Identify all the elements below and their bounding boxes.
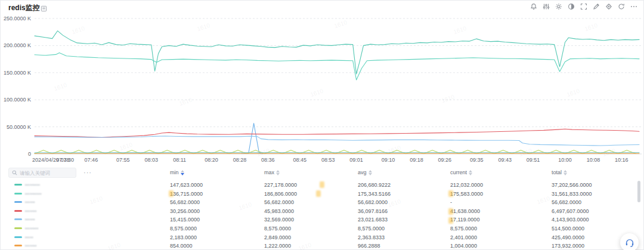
chart-canvas: 050.0000 K100.0000 K150.0000 K200.0000 K… xyxy=(0,0,644,166)
svg-text:200.0000 K: 200.0000 K xyxy=(4,42,31,48)
svg-text:10:00: 10:00 xyxy=(558,157,572,163)
column-header-max[interactable]: max xyxy=(264,169,280,175)
series-name-masked: ▪▪▪▪▪▪ xyxy=(25,217,35,221)
table-row[interactable]: ▪▪▪▪▪2,183.00002,849.00002,363.83332,401… xyxy=(0,233,644,242)
series-name-masked: ▪▪▪▪▪▪▪ xyxy=(25,243,37,248)
cell-avg: 8,575.0000 xyxy=(358,226,385,232)
column-header-total[interactable]: total xyxy=(552,169,567,175)
metrics-table-body: ▪▪▪▪▪▪▪▪▪147,623.0000227,178.0000206,680… xyxy=(0,180,644,250)
column-header-min[interactable]: min xyxy=(170,169,184,175)
svg-text:0: 0 xyxy=(28,151,31,157)
sort-carets-icon xyxy=(276,170,280,175)
search-box xyxy=(8,168,76,178)
refresh-icon[interactable] xyxy=(617,2,626,11)
svg-text:08:36: 08:36 xyxy=(261,157,275,163)
svg-text:08:53: 08:53 xyxy=(321,157,335,163)
cell-max: 1,222.0000 xyxy=(264,243,291,249)
svg-text:09:18: 09:18 xyxy=(410,157,423,163)
cell-max: 186,806.0000 xyxy=(264,191,297,197)
table-row[interactable]: ▪▪▪▪▪▪▪854.00001,222.0000966.28881,004.0… xyxy=(0,241,644,250)
cell-total: 31,561,833.0000 xyxy=(552,191,592,197)
cell-avg: 56,682.0000 xyxy=(358,199,388,205)
legend-more-icon[interactable]: ··· xyxy=(83,169,92,176)
svg-text:08:20: 08:20 xyxy=(205,157,218,163)
column-header-current[interactable]: current xyxy=(450,169,472,175)
table-row[interactable]: ▪▪▪▪▪▪▪30,256.000045,983.000036,097.8166… xyxy=(0,206,644,215)
table-row[interactable]: ▪▪▪▪▪▪▪▪8,575.00008,575.00008,575.00008,… xyxy=(0,224,644,233)
search-icon xyxy=(12,170,17,175)
svg-text:09:51: 09:51 xyxy=(527,157,540,163)
support-button[interactable] xyxy=(620,233,639,250)
panel-note-icon[interactable] xyxy=(41,4,47,14)
column-header-avg[interactable]: avg xyxy=(358,169,372,175)
settings-gear-icon[interactable] xyxy=(555,2,563,11)
cell-total: 56,682.0000 xyxy=(552,199,581,205)
cell-total: 425,490.0000 xyxy=(552,234,584,240)
more-icon[interactable] xyxy=(630,2,638,11)
contrast-icon[interactable] xyxy=(567,2,575,11)
sort-carets-icon xyxy=(369,170,372,175)
edit-pencil-icon[interactable] xyxy=(592,2,600,11)
cell-avg: 36,097.8166 xyxy=(358,208,388,214)
cell-current: - xyxy=(450,199,452,205)
series-name-masked: ▪▪▪▪▪▪▪▪ xyxy=(25,226,38,230)
cell-min: 30,256.0000 xyxy=(170,208,200,214)
table-row[interactable]: ▪▪▪▪▪▪▪▪▪▪136,715.0000186,806.0000175,34… xyxy=(0,189,644,198)
svg-text:08:03: 08:03 xyxy=(144,157,158,163)
cell-current: 175,583.0000 xyxy=(450,191,483,197)
sort-carets-icon xyxy=(469,170,472,175)
cell-min: 147,623.0000 xyxy=(170,182,203,188)
cell-avg: 966.2888 xyxy=(358,243,380,249)
svg-text:08:45: 08:45 xyxy=(293,157,306,163)
cell-avg: 23,021.6833 xyxy=(358,217,388,223)
cell-avg: 175,343.5166 xyxy=(358,191,391,197)
svg-text:10:08: 10:08 xyxy=(587,157,600,163)
series-color-swatch xyxy=(14,210,22,212)
page-title: redis监控 xyxy=(8,3,40,13)
target-icon[interactable] xyxy=(605,2,613,11)
cell-total: 4,143,903.0000 xyxy=(552,217,589,223)
series-color-swatch xyxy=(14,236,22,238)
table-row[interactable]: ▪▪▪▪▪▪56,682.000056,682.000056,682.0000-… xyxy=(0,197,644,206)
table-row[interactable]: ▪▪▪▪▪▪15,415.000032,569.000023,021.68331… xyxy=(0,215,644,224)
cell-min: 854.0000 xyxy=(170,243,193,249)
cell-total: 37,202,566.0000 xyxy=(552,182,592,188)
svg-text:09:26: 09:26 xyxy=(438,157,452,163)
table-scrollbar[interactable] xyxy=(637,181,640,202)
panel-header: redis监控 xyxy=(0,0,644,13)
svg-text:10:16: 10:16 xyxy=(615,157,628,163)
series-color-swatch xyxy=(14,184,22,186)
svg-text:250.0000 K: 250.0000 K xyxy=(4,16,31,21)
alarm-bell-icon[interactable] xyxy=(530,2,538,11)
svg-text:50.0000 K: 50.0000 K xyxy=(7,124,31,130)
column-label: min xyxy=(170,169,179,175)
series-color-swatch xyxy=(14,218,22,220)
svg-text:07:38: 07:38 xyxy=(56,157,70,163)
table-row[interactable]: ▪▪▪▪▪▪▪▪▪147,623.0000227,178.0000206,680… xyxy=(0,180,644,189)
svg-text:09:43: 09:43 xyxy=(498,157,512,163)
series-color-swatch xyxy=(14,227,22,229)
cell-min: 8,575.0000 xyxy=(170,226,197,232)
cell-max: 56,682.0000 xyxy=(264,199,294,205)
series-name-masked: ▪▪▪▪▪▪▪▪▪▪ xyxy=(25,192,42,196)
sort-carets-icon xyxy=(181,170,184,175)
fullscreen-icon[interactable] xyxy=(580,2,588,11)
cell-current: 1,004.0000 xyxy=(450,243,477,249)
cell-current: 41,638.0000 xyxy=(450,208,480,214)
cell-max: 227,178.0000 xyxy=(264,182,297,188)
series-name-masked: ▪▪▪▪▪▪▪▪▪ xyxy=(25,183,40,187)
panel-toolbar xyxy=(530,2,638,11)
line-chart[interactable]: 050.0000 K100.0000 K150.0000 K200.0000 K… xyxy=(0,0,644,166)
cell-min: 15,415.0000 xyxy=(170,217,200,223)
series-color-swatch xyxy=(14,201,22,203)
svg-text:08:11: 08:11 xyxy=(173,157,186,163)
svg-text:09:01: 09:01 xyxy=(349,157,363,163)
column-label: current xyxy=(450,169,467,175)
series-name-masked: ▪▪▪▪▪ xyxy=(25,235,33,239)
cell-max: 2,849.0000 xyxy=(264,234,291,240)
svg-text:150.0000 K: 150.0000 K xyxy=(4,70,31,76)
filter-icon[interactable] xyxy=(542,2,550,11)
search-input[interactable] xyxy=(20,170,73,176)
cell-max: 8,575.0000 xyxy=(264,226,291,232)
column-label: avg xyxy=(358,169,367,175)
